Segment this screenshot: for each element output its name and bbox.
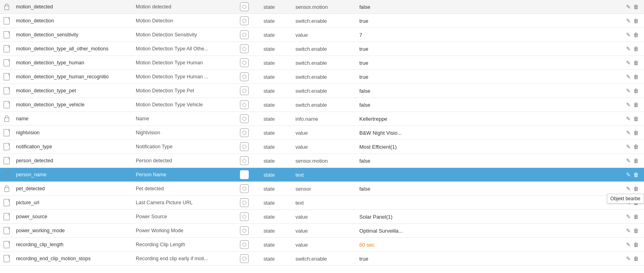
row-value [356,196,612,210]
doc-icon [3,45,10,52]
row-name: Last Camera Picture URL [133,196,228,210]
edit-button[interactable]: ✎ [625,255,632,263]
row-value: true [356,252,612,266]
row-state-label: state [260,112,292,126]
row-name: Recording Clip Length [133,238,228,252]
row-state-label: state [260,14,292,28]
row-role: value [292,224,356,238]
table-row[interactable]: motion_detection_type_humanMotion Detect… [0,56,644,70]
table-row[interactable]: motion_detectedMotion detectedstatesenso… [0,0,644,14]
table-row[interactable]: pet_detectedPet detectedstatesensorfalse… [0,182,644,196]
delete-button[interactable]: 🗑 [632,227,640,235]
row-role: text [292,168,356,182]
row-value: false [356,0,612,14]
delete-button[interactable]: 🗑 [632,185,640,193]
lock-icon [3,171,10,178]
table-row[interactable]: nightvisionNightvisionstatevalueB&W Nigh… [0,126,644,140]
table-row[interactable]: recording_clip_lengthRecording Clip Leng… [0,238,644,252]
edit-button[interactable]: ✎ [625,185,632,193]
edit-button[interactable]: ✎ [625,45,632,53]
row-actions: ✎🗑 [612,154,644,168]
row-icon [0,182,13,196]
doc-icon [3,143,10,150]
delete-button[interactable]: 🗑 [632,3,640,11]
row-key: power_source [13,210,133,224]
row-name: Motion Detection Type Human [133,56,228,70]
row-state-label: state [260,140,292,154]
row-key: motion_detection_type_pet [13,84,133,98]
table-row[interactable]: motion_detection_type_petMotion Detectio… [0,84,644,98]
table-row[interactable]: recording_end_clip_motion_stopsRecording… [0,252,644,266]
edit-button[interactable]: ✎ [625,31,632,39]
delete-button[interactable]: 🗑 [632,213,640,221]
table-row[interactable]: picture_urlLast Camera Picture URLstatet… [0,196,644,210]
delete-button[interactable]: 🗑 [632,87,640,95]
edit-button[interactable]: ✎ [625,115,632,123]
table-row[interactable]: motion_detection_sensitivityMotion Detec… [0,28,644,42]
lock-icon [3,115,10,122]
edit-button[interactable]: ✎ [625,101,632,109]
row-key: picture_url [13,196,133,210]
delete-button[interactable]: 🗑 [632,241,640,249]
row-state-icon [228,196,260,210]
row-value [356,168,612,182]
table-row[interactable]: notification_typeNotification Typestatev… [0,140,644,154]
edit-button[interactable]: ✎ [625,129,632,137]
delete-button[interactable]: 🗑 [632,59,640,67]
table-row[interactable]: person_namePerson Namestatetext✎🗑 [0,168,644,182]
delete-button[interactable]: 🗑 [632,143,640,151]
delete-button[interactable]: 🗑 [632,255,640,263]
edit-button[interactable]: ✎ [625,227,632,235]
edit-button[interactable]: ✎ [625,157,632,165]
row-state-label: state [260,252,292,266]
edit-button[interactable]: ✎ [625,213,632,221]
edit-button[interactable]: ✎ [625,87,632,95]
table-row[interactable]: person_detectedPerson detectedstatesenso… [0,154,644,168]
row-name: Person Name [133,168,228,182]
table-row[interactable]: motion_detection_type_human_recognitioMo… [0,70,644,84]
table-row[interactable]: power_working_modePower Working Modestat… [0,224,644,238]
edit-button[interactable]: ✎ [625,17,632,25]
edit-button[interactable]: ✎ [625,171,632,179]
row-key: motion_detection_type_human_recognitio [13,70,133,84]
row-role: value [292,126,356,140]
delete-button[interactable]: 🗑 [632,101,640,109]
edit-button[interactable]: ✎ [625,241,632,249]
edit-button[interactable]: ✎ [625,143,632,151]
row-state-label: state [260,56,292,70]
table-row[interactable]: motion_detectionMotion Detectionstateswi… [0,14,644,28]
delete-button[interactable]: 🗑 [632,31,640,39]
edit-button[interactable]: ✎ [625,73,632,81]
doc-icon [3,31,10,38]
row-actions: ✎🗑 [612,14,644,28]
table-row[interactable]: power_sourcePower SourcestatevalueSolar … [0,210,644,224]
row-role: info.name [292,112,356,126]
row-value: 7 [356,28,612,42]
delete-button[interactable]: 🗑 [632,115,640,123]
row-state-icon [228,14,260,28]
edit-button[interactable]: ✎ [625,59,632,67]
table-row[interactable]: motion_detection_type_vehicleMotion Dete… [0,98,644,112]
delete-button[interactable]: 🗑 [632,45,640,53]
row-key: motion_detection [13,14,133,28]
row-state-label: state [260,154,292,168]
lock-icon [3,3,10,10]
row-state-icon [228,84,260,98]
row-actions: ✎🗑 [612,0,644,14]
delete-button[interactable]: 🗑 [632,157,640,165]
delete-button[interactable]: 🗑 [632,129,640,137]
doc-icon [3,129,10,136]
edit-button[interactable]: ✎ [625,3,632,11]
row-state-icon [228,98,260,112]
row-state-icon [228,210,260,224]
table-row[interactable]: motion_detection_type_all_other_motionsM… [0,42,644,56]
row-state-icon [228,42,260,56]
delete-button[interactable]: 🗑 [632,171,640,179]
row-actions: ✎🗑 [612,112,644,126]
delete-button[interactable]: 🗑 [632,73,640,81]
table-row[interactable]: nameNamestateinfo.nameKellertreppe✎🗑 [0,112,644,126]
delete-button[interactable]: 🗑 [632,17,640,25]
table-container: motion_detectedMotion detectedstatesenso… [0,0,644,266]
row-role: switch.enable [292,252,356,266]
row-role: sensor [292,182,356,196]
